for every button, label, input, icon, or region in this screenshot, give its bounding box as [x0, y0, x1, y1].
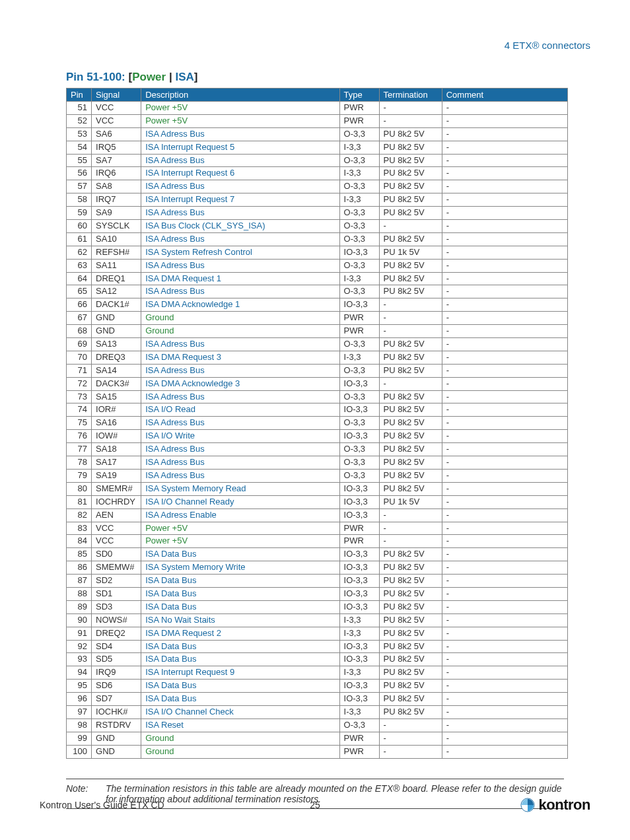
table-row: 54IRQ5ISA Interrupt Request 5I-3,3PU 8k2…	[67, 141, 568, 154]
cell-type: PWR	[339, 535, 379, 548]
cell-termination: -	[379, 312, 442, 325]
cell-comment: -	[442, 705, 567, 718]
table-row: 76IOW#ISA I/O WriteIO-3,3PU 8k2 5V-	[67, 430, 568, 443]
kontron-logo-icon	[520, 798, 535, 812]
cell-signal: SD2	[92, 575, 141, 588]
cell-pin: 61	[67, 232, 92, 246]
cell-description: Power +5V	[141, 102, 339, 115]
cell-description: Power +5V	[141, 535, 339, 548]
cell-signal: IOCHK#	[92, 705, 141, 718]
table-row: 62REFSH#ISA System Refresh ControlIO-3,3…	[67, 246, 568, 259]
cell-description: ISA DMA Request 2	[141, 627, 339, 640]
table-row: 60SYSCLKISA Bus Clock (CLK_SYS_ISA)O-3,3…	[67, 220, 568, 233]
cell-description: ISA DMA Acknowledge 3	[141, 377, 339, 390]
cell-description: ISA System Memory Read	[141, 482, 339, 495]
cell-signal: SYSCLK	[92, 220, 141, 233]
cell-comment: -	[442, 272, 567, 285]
cell-termination: PU 8k2 5V	[379, 469, 442, 482]
cell-description: ISA Data Bus	[141, 680, 339, 693]
cell-pin: 96	[67, 693, 92, 706]
cell-type: I-3,3	[339, 613, 379, 627]
section-title: Pin 51-100: [Power | ISA]	[66, 71, 590, 84]
cell-termination: PU 1k 5V	[379, 246, 442, 259]
th-signal: Signal	[92, 88, 141, 102]
cell-comment: -	[442, 127, 567, 141]
cell-description: ISA System Memory Write	[141, 561, 339, 575]
cell-type: IO-3,3	[339, 377, 379, 390]
cell-signal: IRQ7	[92, 193, 141, 207]
cell-pin: 84	[67, 535, 92, 548]
cell-pin: 59	[67, 207, 92, 220]
cell-comment: -	[442, 627, 567, 640]
th-termination: Termination	[379, 88, 442, 102]
cell-signal: SA10	[92, 232, 141, 246]
cell-signal: SD6	[92, 680, 141, 693]
cell-signal: SD3	[92, 600, 141, 613]
cell-pin: 60	[67, 220, 92, 233]
cell-type: I-3,3	[339, 351, 379, 364]
cell-termination: PU 8k2 5V	[379, 613, 442, 627]
cell-comment: -	[442, 535, 567, 548]
cell-pin: 80	[67, 482, 92, 495]
cell-pin: 93	[67, 653, 92, 666]
cell-description: ISA Adress Bus	[141, 154, 339, 167]
cell-comment: -	[442, 102, 567, 115]
cell-comment: -	[442, 613, 567, 627]
cell-pin: 70	[67, 351, 92, 364]
cell-signal: VCC	[92, 522, 141, 535]
cell-comment: -	[442, 482, 567, 495]
cell-termination: PU 8k2 5V	[379, 417, 442, 430]
cell-termination: PU 8k2 5V	[379, 207, 442, 220]
th-comment: Comment	[442, 88, 567, 102]
cell-type: O-3,3	[339, 469, 379, 482]
cell-signal: GND	[92, 732, 141, 745]
page-header: 4 ETX® connectors	[40, 40, 590, 51]
cell-type: O-3,3	[339, 443, 379, 456]
cell-type: O-3,3	[339, 390, 379, 403]
table-header-row: Pin Signal Description Type Termination …	[67, 88, 568, 102]
table-row: 69SA13ISA Adress BusO-3,3PU 8k2 5V-	[67, 338, 568, 351]
cell-description: ISA Data Bus	[141, 693, 339, 706]
cell-type: I-3,3	[339, 705, 379, 718]
cell-description: ISA Interrupt Request 6	[141, 167, 339, 180]
cell-comment: -	[442, 718, 567, 732]
cell-type: IO-3,3	[339, 693, 379, 706]
cell-termination: PU 8k2 5V	[379, 600, 442, 613]
cell-type: IO-3,3	[339, 600, 379, 613]
table-row: 99GNDGroundPWR--	[67, 732, 568, 745]
cell-type: IO-3,3	[339, 508, 379, 522]
cell-signal: RSTDRV	[92, 718, 141, 732]
cell-termination: PU 8k2 5V	[379, 561, 442, 575]
footer-page-number: 25	[310, 800, 320, 810]
cell-description: ISA I/O Write	[141, 430, 339, 443]
cell-comment: -	[442, 495, 567, 508]
cell-type: PWR	[339, 732, 379, 745]
cell-description: ISA DMA Acknowledge 1	[141, 298, 339, 312]
cell-signal: SD0	[92, 548, 141, 561]
cell-signal: REFSH#	[92, 246, 141, 259]
cell-termination: PU 8k2 5V	[379, 141, 442, 154]
cell-type: O-3,3	[339, 207, 379, 220]
cell-termination: PU 8k2 5V	[379, 653, 442, 666]
cell-signal: IOW#	[92, 430, 141, 443]
cell-signal: DACK1#	[92, 298, 141, 312]
table-row: 86SMEMW#ISA System Memory WriteIO-3,3PU …	[67, 561, 568, 575]
cell-description: ISA Adress Bus	[141, 417, 339, 430]
cell-comment: -	[442, 364, 567, 377]
cell-type: O-3,3	[339, 259, 379, 272]
cell-termination: PU 8k2 5V	[379, 285, 442, 298]
table-row: 67GNDGroundPWR--	[67, 312, 568, 325]
cell-type: I-3,3	[339, 193, 379, 207]
cell-comment: -	[442, 561, 567, 575]
cell-pin: 82	[67, 508, 92, 522]
cell-signal: DREQ1	[92, 272, 141, 285]
pin-table: Pin Signal Description Type Termination …	[66, 88, 568, 759]
th-pin: Pin	[67, 88, 92, 102]
cell-signal: SA18	[92, 443, 141, 456]
cell-description: ISA Data Bus	[141, 587, 339, 600]
table-row: 96SD7ISA Data BusIO-3,3PU 8k2 5V-	[67, 693, 568, 706]
cell-comment: -	[442, 745, 567, 758]
cell-description: ISA Reset	[141, 718, 339, 732]
cell-signal: IRQ6	[92, 167, 141, 180]
table-row: 73SA15ISA Adress BusO-3,3PU 8k2 5V-	[67, 390, 568, 403]
